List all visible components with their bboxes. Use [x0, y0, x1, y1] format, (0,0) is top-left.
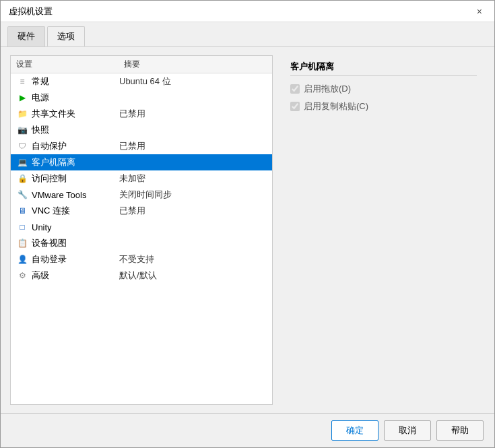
list-item-autoprot[interactable]: 🛡自动保护已禁用 — [11, 138, 272, 154]
devices-icon: 📋 — [16, 237, 28, 249]
vnc-name: VNC 连接 — [32, 205, 119, 217]
list-item-shared-folder[interactable]: 📁共享文件夹已禁用 — [11, 106, 272, 122]
snapshot-icon: 📷 — [16, 124, 28, 136]
advanced-name: 高级 — [32, 269, 119, 282]
vmtools-icon: 🔧 — [16, 189, 28, 201]
list-header: 设置 摘要 — [11, 56, 272, 73]
tab-选项[interactable]: 选项 — [47, 26, 85, 46]
settings-list-panel: 设置 摘要 ≡常规Ubuntu 64 位▶电源📁共享文件夹已禁用📷快照🛡自动保护… — [10, 55, 273, 405]
list-item-power[interactable]: ▶电源 — [11, 90, 272, 106]
list-item-vnc[interactable]: 🖥VNC 连接已禁用 — [11, 203, 272, 219]
checkbox-label-0: 启用拖放(D) — [304, 83, 351, 95]
checkbox-0 — [290, 84, 300, 94]
autologin-icon: 👤 — [16, 253, 28, 265]
checkbox-label-1: 启用复制粘贴(C) — [304, 100, 368, 113]
autoprot-name: 自动保护 — [32, 140, 119, 152]
autoprot-icon: 🛡 — [16, 140, 28, 152]
vnc-icon: 🖥 — [16, 205, 28, 217]
list-item-advanced[interactable]: ⚙高级默认/默认 — [11, 267, 272, 284]
general-value: Ubuntu 64 位 — [119, 75, 171, 88]
shared-folder-name: 共享文件夹 — [32, 108, 119, 120]
list-item-devices[interactable]: 📋设备视图 — [11, 235, 272, 251]
guest-isolation-icon: 💻 — [16, 156, 28, 168]
devices-name: 设备视图 — [32, 237, 119, 249]
cancel-button[interactable]: 取消 — [384, 420, 431, 441]
footer: 确定 取消 帮助 — [1, 413, 494, 447]
list-item-snapshot[interactable]: 📷快照 — [11, 122, 272, 138]
general-icon: ≡ — [16, 75, 28, 88]
vmtools-name: VMware Tools — [32, 190, 119, 200]
list-item-guest-isolation[interactable]: 💻客户机隔离 — [11, 154, 272, 170]
snapshot-name: 快照 — [32, 124, 119, 136]
list-item-autologin[interactable]: 👤自动登录不受支持 — [11, 251, 272, 267]
title-bar: 虚拟机设置 × — [1, 1, 494, 22]
tab-硬件[interactable]: 硬件 — [7, 26, 45, 46]
autologin-name: 自动登录 — [32, 253, 119, 265]
vnc-value: 已禁用 — [119, 205, 145, 217]
dialog-title: 虚拟机设置 — [9, 5, 53, 18]
shared-folder-icon: 📁 — [16, 108, 28, 120]
general-name: 常规 — [32, 75, 119, 88]
unity-name: Unity — [32, 222, 119, 232]
tabs-bar: 硬件选项 — [1, 22, 494, 47]
autoprot-value: 已禁用 — [119, 140, 145, 152]
unity-icon: □ — [16, 221, 28, 233]
list-item-general[interactable]: ≡常规Ubuntu 64 位 — [11, 73, 272, 90]
shared-folder-value: 已禁用 — [119, 108, 145, 120]
help-button[interactable]: 帮助 — [436, 420, 484, 441]
right-panel: 客户机隔离 启用拖放(D)启用复制粘贴(C) — [282, 55, 485, 405]
checkbox-item-1: 启用复制粘贴(C) — [290, 100, 477, 113]
access-control-value: 未加密 — [119, 172, 145, 185]
content-area: 设置 摘要 ≡常规Ubuntu 64 位▶电源📁共享文件夹已禁用📷快照🛡自动保护… — [1, 47, 494, 413]
access-control-name: 访问控制 — [32, 172, 119, 185]
checkbox-1 — [290, 102, 300, 111]
confirm-button[interactable]: 确定 — [331, 420, 378, 441]
autologin-value: 不受支持 — [119, 253, 154, 265]
access-control-icon: 🔒 — [16, 172, 28, 185]
list-item-vmtools[interactable]: 🔧VMware Tools关闭时间同步 — [11, 187, 272, 203]
checkboxes: 启用拖放(D)启用复制粘贴(C) — [290, 83, 477, 118]
checkbox-item-0: 启用拖放(D) — [290, 83, 477, 95]
list-item-access-control[interactable]: 🔒访问控制未加密 — [11, 170, 272, 187]
vmtools-value: 关闭时间同步 — [119, 189, 172, 201]
settings-list: ≡常规Ubuntu 64 位▶电源📁共享文件夹已禁用📷快照🛡自动保护已禁用💻客户… — [11, 73, 272, 284]
col-setting-header: 设置 — [16, 59, 124, 70]
power-name: 电源 — [32, 92, 119, 104]
col-summary-header: 摘要 — [124, 59, 267, 70]
power-icon: ▶ — [16, 92, 28, 104]
virtual-machine-settings-dialog: 虚拟机设置 × 硬件选项 设置 摘要 ≡常规Ubuntu 64 位▶电源📁共享文… — [0, 0, 495, 448]
guest-isolation-name: 客户机隔离 — [32, 156, 119, 168]
close-button[interactable]: × — [473, 5, 486, 18]
advanced-value: 默认/默认 — [119, 269, 157, 282]
list-item-unity[interactable]: □Unity — [11, 219, 272, 235]
advanced-icon: ⚙ — [16, 269, 28, 282]
section-title: 客户机隔离 — [290, 61, 477, 76]
